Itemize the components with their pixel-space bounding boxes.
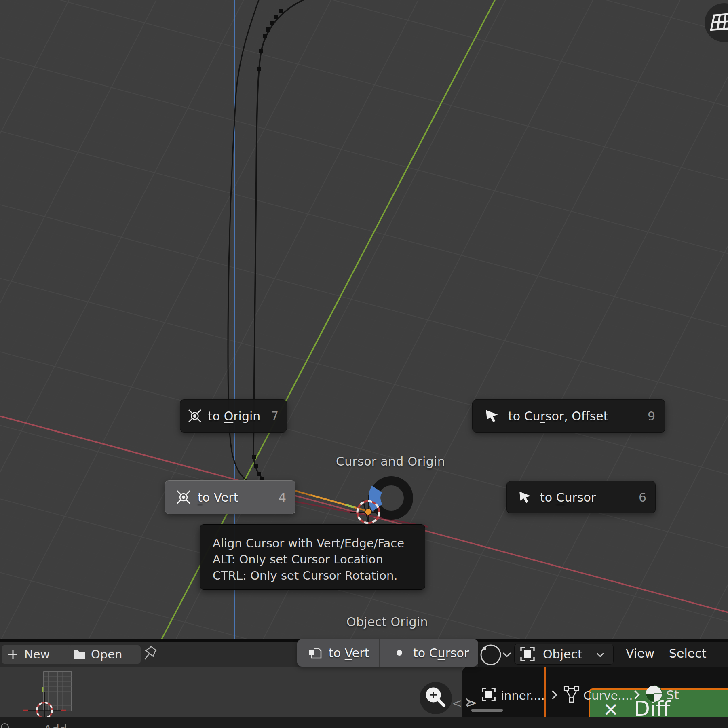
shortcut-hint: 6 — [639, 490, 646, 504]
secondary-viewport[interactable] — [0, 667, 462, 717]
zoom-in-button[interactable] — [420, 682, 452, 714]
shortcut-hint: 7 — [271, 409, 279, 423]
pie-item-label: to Cursor — [413, 646, 469, 660]
origin-snap-point — [365, 509, 371, 515]
shortcut-hint: 9 — [648, 409, 655, 423]
new-button[interactable]: New — [2, 645, 73, 664]
material-sphere-icon[interactable] — [645, 684, 663, 703]
shader-editor-panel[interactable]: ✕ Diff inner.... Curve.... — [462, 667, 728, 717]
pie-item-to-cursor[interactable]: to Cursor 6 — [506, 481, 656, 513]
breadcrumb-curve-name[interactable]: Curve.... — [583, 689, 633, 703]
vertex-square-icon — [308, 646, 322, 660]
mode-selector-label: Object — [543, 647, 582, 661]
grid-plane-icon — [709, 12, 728, 35]
origin-crosshair-icon — [175, 489, 192, 506]
shortcut-hint: 4 — [279, 490, 286, 504]
tooltip: Align Cursor with Vert/Edge/Face ALT: On… — [200, 524, 425, 590]
chevron-left-icon[interactable]: < — [452, 696, 462, 710]
pie-item-origin-to-vert[interactable]: to Vert — [297, 639, 379, 667]
dot-icon — [396, 650, 403, 656]
viewport-header: Object View Select — [478, 642, 728, 667]
plus-icon — [7, 649, 19, 660]
bottom-editor-header-clipped: Add — [0, 717, 728, 728]
pie-item-to-cursor-offset[interactable]: to Cursor, Offset 9 — [472, 399, 665, 433]
zoom-in-icon — [420, 682, 452, 714]
chevron-right-icon — [550, 689, 559, 701]
grid-object-thumbnail — [44, 672, 72, 711]
open-button-label: Open — [91, 648, 122, 661]
select-menu[interactable]: Select — [669, 646, 707, 660]
blender-window: Cursor and Origin Object Origin to Origi… — [0, 0, 728, 728]
open-button[interactable]: Open — [68, 645, 141, 664]
origin-crosshair-icon — [187, 408, 203, 424]
object-icon[interactable] — [480, 686, 497, 703]
breadcrumb-material-name[interactable]: St — [666, 688, 679, 702]
pie-item-to-vert[interactable]: to Vert 4 — [165, 480, 295, 514]
mouse-cursor-icon — [485, 409, 499, 423]
pie-item-origin-to-cursor[interactable]: to Cursor — [380, 639, 478, 667]
snap-guide-green-segment — [346, 505, 354, 507]
pie-item-label: to Origin — [208, 409, 260, 423]
clipped-icon — [1, 723, 9, 728]
pie-item-label: to Vert — [198, 490, 238, 504]
pie-item-label: to Vert — [329, 646, 369, 660]
breadcrumb-object-name[interactable]: inner.... — [501, 689, 545, 703]
chevron-down-icon[interactable] — [502, 652, 511, 658]
tooltip-line: ALT: Only set Cursor Location — [213, 551, 425, 568]
object-mode-icon — [519, 645, 536, 663]
pushpin-icon[interactable] — [141, 646, 158, 664]
pie-item-label: to Cursor — [540, 490, 596, 504]
pie-item-to-origin[interactable]: to Origin 7 — [180, 399, 287, 433]
curve-data-icon[interactable] — [563, 685, 580, 703]
pie-item-object-origin-group: to Vert to Cursor — [297, 639, 478, 667]
tooltip-line: Align Cursor with Vert/Edge/Face — [213, 535, 425, 551]
view-menu[interactable]: View — [626, 646, 654, 660]
add-menu-clipped[interactable]: Add — [44, 722, 67, 728]
folder-icon — [74, 649, 86, 660]
chevron-right-icon[interactable]: > — [466, 694, 477, 711]
mode-selector-dropdown[interactable]: Object — [514, 644, 614, 665]
chevron-right-icon — [633, 689, 641, 701]
proportional-editing-icon[interactable] — [479, 644, 502, 666]
new-button-label: New — [24, 648, 50, 661]
pie-item-label: to Cursor, Offset — [508, 409, 608, 423]
chevron-down-icon — [596, 652, 604, 658]
tooltip-line: CTRL: Only set Cursor Rotation. — [213, 568, 425, 584]
mouse-cursor-icon — [518, 490, 532, 504]
pie-group-label-cursor-and-origin: Cursor and Origin — [322, 454, 459, 468]
pie-group-label-object-origin: Object Origin — [319, 615, 456, 629]
